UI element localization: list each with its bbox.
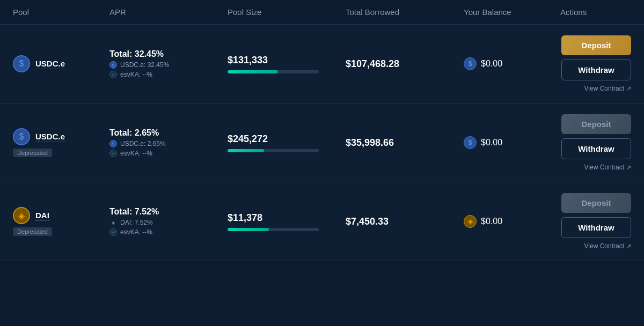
actions-cell-2: Deposit Withdraw View Contract ↗ [560, 193, 631, 250]
apr-sub1-2: ◈ DAI: 7.52% [109, 219, 228, 226]
actions-cell-0: Deposit Withdraw View Contract ↗ [560, 35, 631, 92]
balance-value-2: $0.00 [481, 217, 502, 226]
pool-name-row-2: ◈ DAI [13, 207, 49, 224]
balance-value-0: $0.00 [481, 59, 502, 69]
pool-name-label-2: DAI [35, 211, 49, 221]
table-header: Pool APR Pool Size Total Borrowed Your B… [0, 0, 644, 25]
deposit-button-2: Deposit [561, 193, 631, 213]
pool-size-cell-1: $245,272 [228, 134, 346, 152]
apr-sub1-label-1: USDC.e: 2.65% [120, 140, 166, 147]
apr-sub1-icon-0: $ [109, 61, 117, 69]
apr-sub2-1: ✓ esvKA: --% [109, 150, 228, 157]
total-borrowed-cell-0: $107,468.28 [346, 58, 464, 70]
apr-sub2-icon-0: ✓ [109, 71, 117, 78]
header-apr: APR [109, 8, 228, 17]
apr-cell-1: Total: 2.65% $ USDC.e: 2.65% ✓ esvKA: --… [109, 128, 228, 157]
external-link-icon-0: ↗ [626, 85, 631, 92]
pool-cell-2: ◈ DAI Deprecated [13, 207, 109, 236]
table-row: ◈ DAI Deprecated Total: 7.52% ◈ DAI: 7.5… [0, 182, 644, 261]
balance-icon-1: $ [464, 136, 477, 149]
balance-cell-1: $ $0.00 [464, 136, 560, 149]
pool-size-cell-0: $131,333 [228, 55, 346, 73]
apr-total-2: Total: 7.52% [109, 207, 228, 217]
deprecated-badge-1: Deprecated [13, 149, 52, 157]
apr-sub1-label-0: USDC.e: 32.45% [120, 61, 169, 69]
view-contract-link-1[interactable]: View Contract ↗ [584, 164, 631, 171]
progress-bar-1 [228, 149, 319, 152]
external-link-icon-1: ↗ [626, 164, 631, 171]
progress-bar-fill-2 [228, 228, 269, 231]
table-row: $ USDC.e Total: 32.45% $ USDC.e: 32.45% … [0, 25, 644, 103]
apr-total-1: Total: 2.65% [109, 128, 228, 138]
deposit-button-0[interactable]: Deposit [561, 35, 631, 55]
apr-sub2-label-1: esvKA: --% [120, 150, 152, 157]
apr-sub1-icon-2: ◈ [109, 219, 117, 226]
apr-sub1-label-2: DAI: 7.52% [120, 219, 153, 226]
apr-cell-2: Total: 7.52% ◈ DAI: 7.52% ✓ esvKA: --% [109, 207, 228, 236]
deprecated-badge-2: Deprecated [13, 227, 52, 236]
pool-size-value-0: $131,333 [228, 55, 346, 66]
apr-sub2-icon-1: ✓ [109, 150, 117, 157]
pool-size-value-1: $245,272 [228, 134, 346, 145]
apr-sub2-0: ✓ esvKA: --% [109, 71, 228, 78]
pool-cell-0: $ USDC.e [13, 55, 109, 72]
header-your-balance: Your Balance [464, 8, 560, 17]
pool-icon-0: $ [13, 55, 30, 72]
apr-sub2-2: ✓ esvKA: --% [109, 228, 228, 236]
progress-bar-fill-1 [228, 149, 264, 152]
apr-sub2-label-2: esvKA: --% [120, 228, 152, 236]
pool-name-label-0: USDC.e [35, 59, 65, 69]
lending-table: Pool APR Pool Size Total Borrowed Your B… [0, 0, 644, 261]
pool-icon-2: ◈ [13, 207, 30, 224]
header-total-borrowed: Total Borrowed [346, 8, 464, 17]
progress-bar-0 [228, 70, 319, 73]
progress-bar-2 [228, 228, 319, 231]
apr-sub1-1: $ USDC.e: 2.65% [109, 140, 228, 147]
pool-name-row-0: $ USDC.e [13, 55, 65, 72]
balance-icon-2: ◈ [464, 215, 477, 228]
apr-sub1-icon-1: $ [109, 140, 117, 147]
apr-sub2-label-0: esvKA: --% [120, 71, 152, 78]
balance-icon-0: $ [464, 57, 477, 70]
balance-cell-0: $ $0.00 [464, 57, 560, 70]
withdraw-button-0[interactable]: Withdraw [561, 60, 631, 80]
pool-size-value-2: $11,378 [228, 212, 346, 224]
withdraw-button-1[interactable]: Withdraw [561, 138, 631, 159]
apr-sub1-0: $ USDC.e: 32.45% [109, 61, 228, 69]
header-actions: Actions [560, 8, 631, 17]
pool-name-row-1: $ USDC.e [13, 128, 65, 145]
pool-size-cell-2: $11,378 [228, 212, 346, 231]
table-body: $ USDC.e Total: 32.45% $ USDC.e: 32.45% … [0, 25, 644, 261]
pool-cell-1: $ USDC.e Deprecated [13, 128, 109, 157]
pool-icon-1: $ [13, 128, 30, 145]
balance-cell-2: ◈ $0.00 [464, 215, 560, 228]
apr-sub2-icon-2: ✓ [109, 228, 117, 236]
table-row: $ USDC.e Deprecated Total: 2.65% $ USDC.… [0, 103, 644, 182]
header-pool: Pool [13, 8, 109, 17]
deposit-button-1: Deposit [561, 114, 631, 134]
view-contract-link-0[interactable]: View Contract ↗ [584, 85, 631, 92]
header-pool-size: Pool Size [228, 8, 346, 17]
view-contract-link-2[interactable]: View Contract ↗ [584, 242, 631, 250]
total-borrowed-cell-1: $35,998.66 [346, 137, 464, 149]
withdraw-button-2[interactable]: Withdraw [561, 217, 631, 238]
apr-cell-0: Total: 32.45% $ USDC.e: 32.45% ✓ esvKA: … [109, 49, 228, 78]
pool-name-label-1: USDC.e [35, 132, 65, 142]
balance-value-1: $0.00 [481, 138, 502, 147]
actions-cell-1: Deposit Withdraw View Contract ↗ [560, 114, 631, 171]
external-link-icon-2: ↗ [626, 243, 631, 250]
progress-bar-fill-0 [228, 70, 278, 73]
apr-total-0: Total: 32.45% [109, 49, 228, 59]
total-borrowed-cell-2: $7,450.33 [346, 216, 464, 227]
